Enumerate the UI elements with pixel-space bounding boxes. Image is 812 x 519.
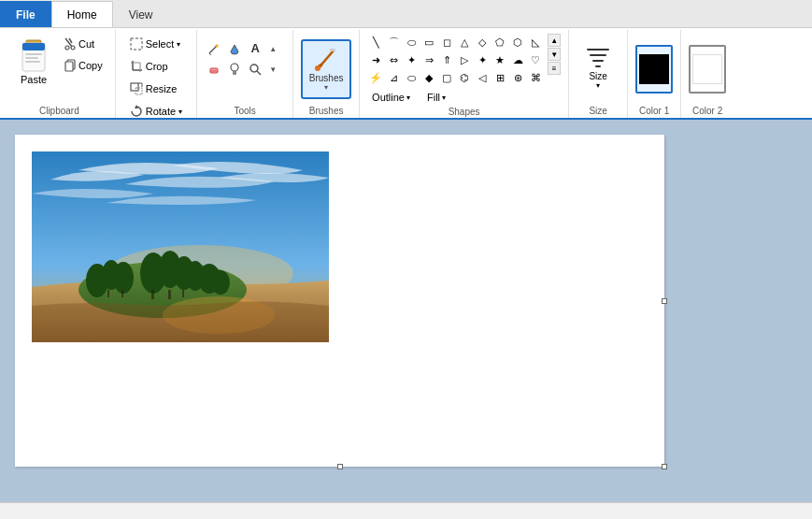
pencil-icon — [207, 42, 221, 55]
resize-button[interactable]: Resize — [123, 79, 184, 99]
crop-button[interactable]: Crop — [123, 56, 175, 77]
color2-label: Color 2 — [689, 106, 726, 116]
shape-triangle[interactable]: △ — [456, 34, 473, 50]
shapes-label: Shapes — [367, 107, 561, 117]
handle-bottom-center[interactable] — [337, 464, 343, 469]
svg-point-9 — [71, 46, 75, 50]
shape-rhombus[interactable]: ◇ — [474, 34, 491, 50]
handle-bottom-right[interactable] — [662, 464, 667, 469]
select-button[interactable]: Select ▾ — [123, 34, 188, 54]
pencil-button[interactable] — [205, 39, 223, 58]
color1-inner — [639, 54, 669, 84]
svg-rect-47 — [151, 290, 154, 299]
shape-pentagon[interactable]: ⬠ — [491, 34, 508, 50]
rotate-chevron: ▾ — [178, 108, 182, 116]
shape-11[interactable]: ⌘ — [527, 69, 544, 86]
color1-swatch[interactable] — [635, 45, 673, 94]
color2-swatch[interactable] — [689, 45, 726, 94]
eraser-button[interactable] — [205, 60, 223, 79]
tools-scroll-down[interactable]: ▼ — [266, 60, 279, 80]
shape-arrow-right[interactable]: ➜ — [367, 51, 384, 68]
shape-cylinder[interactable]: ⬭ — [403, 69, 420, 86]
size-button[interactable]: Size ▾ — [577, 41, 620, 97]
svg-rect-46 — [121, 290, 123, 297]
magnifier-button[interactable] — [246, 60, 264, 79]
svg-line-7 — [69, 38, 72, 43]
shape-diagonal-line[interactable]: ╲ — [367, 34, 384, 50]
svg-rect-2 — [22, 43, 45, 50]
svg-point-31 — [315, 65, 321, 71]
outline-button[interactable]: Outline ▾ — [367, 90, 415, 105]
svg-line-22 — [209, 46, 217, 53]
shape-right-triangle[interactable]: ◺ — [527, 34, 544, 50]
svg-line-24 — [209, 53, 211, 55]
shapes-scroll-down[interactable]: ▼ — [548, 48, 561, 61]
tab-bar: File Home View — [0, 0, 812, 28]
shape-10[interactable]: ⊛ — [509, 69, 526, 86]
brushes-button[interactable]: Brushes ▾ — [301, 39, 351, 99]
color-picker-button[interactable] — [225, 60, 244, 79]
shapes-scroll-more[interactable]: ≡ — [548, 62, 561, 75]
fill-icon — [228, 42, 241, 55]
shape-7[interactable]: ⌬ — [456, 69, 473, 86]
cut-button[interactable]: Cut — [60, 34, 107, 54]
shape-heart[interactable]: ♡ — [527, 51, 544, 68]
color-picker-icon — [228, 63, 241, 76]
fill-button[interactable] — [225, 39, 244, 58]
shape-arrow-4way[interactable]: ✦ — [403, 51, 420, 68]
copy-button[interactable]: Copy — [60, 55, 107, 76]
rotate-icon — [130, 105, 143, 118]
ribbon-group-clipboard: Paste Cut Copy — [4, 30, 116, 118]
canvas-area — [0, 120, 812, 502]
shape-curve[interactable]: ⌒ — [385, 34, 402, 50]
shape-star4[interactable]: ✦ — [474, 51, 491, 68]
shapes-scroll: ▲ ▼ ≡ — [548, 34, 561, 86]
shape-rect[interactable]: ▭ — [420, 34, 437, 50]
tools-label: Tools — [205, 106, 285, 116]
shape-arrow-right2[interactable]: ⇒ — [420, 51, 437, 68]
svg-rect-4 — [25, 57, 38, 59]
tab-view[interactable]: View — [113, 1, 169, 27]
shape-footprint[interactable]: ⊿ — [385, 69, 402, 86]
shape-flash[interactable]: ⚡ — [367, 69, 384, 86]
handle-right-center[interactable] — [662, 298, 667, 304]
shape-9[interactable]: ⊞ — [491, 69, 508, 86]
shape-8[interactable]: ◁ — [474, 69, 491, 86]
shape-star5[interactable]: ★ — [491, 51, 508, 68]
rotate-button[interactable]: Rotate ▾ — [123, 101, 189, 122]
copy-icon — [64, 59, 76, 72]
shape-cloud[interactable]: ☁ — [509, 51, 526, 68]
shape-rounded-rect[interactable]: ▢ — [438, 69, 455, 86]
svg-rect-5 — [25, 61, 40, 63]
shape-rect-filled[interactable]: ◻ — [438, 34, 455, 50]
white-canvas[interactable] — [15, 135, 664, 467]
paste-icon — [19, 38, 49, 74]
magnifier-icon — [249, 63, 262, 76]
ribbon-group-size: Size ▾ Size — [569, 30, 628, 118]
select-icon — [130, 37, 143, 50]
brushes-icon — [313, 47, 339, 73]
shape-hexagon[interactable]: ⬡ — [509, 34, 526, 50]
color2-inner — [692, 54, 722, 84]
ribbon-group-image: Select ▾ Crop — [116, 30, 197, 118]
shape-arrow-up[interactable]: ⇑ — [438, 51, 455, 68]
tab-file[interactable]: File — [0, 1, 51, 27]
shapes-grid: ╲ ⌒ ⬭ ▭ ◻ △ ◇ ⬠ ⬡ ◺ ➜ ⇔ ✦ ⇒ ⇑ ▷ — [367, 34, 544, 86]
paste-button[interactable]: Paste — [11, 34, 56, 90]
shape-oval[interactable]: ⬭ — [403, 34, 420, 50]
shape-diamond[interactable]: ◆ — [420, 69, 437, 86]
fill-dropdown-button[interactable]: Fill ▾ — [422, 90, 450, 105]
svg-line-30 — [257, 71, 261, 75]
crop-icon — [130, 60, 143, 73]
select-chevron: ▾ — [177, 40, 180, 49]
shapes-scroll-up[interactable]: ▲ — [548, 34, 561, 47]
svg-rect-49 — [182, 290, 184, 297]
ribbon-group-color1: Color 1 — [628, 30, 681, 118]
tools-scroll-up[interactable]: ▲ — [266, 39, 279, 60]
text-icon: A — [250, 41, 259, 55]
svg-point-27 — [231, 64, 238, 71]
shape-arrow-double[interactable]: ⇔ — [385, 51, 402, 68]
shape-callout[interactable]: ▷ — [456, 51, 473, 68]
tab-home[interactable]: Home — [51, 1, 113, 27]
text-button[interactable]: A — [246, 39, 264, 58]
